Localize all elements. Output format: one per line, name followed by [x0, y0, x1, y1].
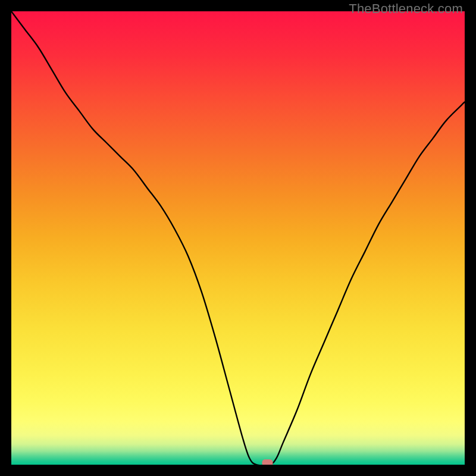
optimum-marker [262, 459, 273, 465]
bottleneck-curve-chart [11, 11, 465, 465]
plot-area [11, 11, 465, 465]
chart-frame: TheBottleneck.com [0, 0, 476, 476]
gradient-background [11, 11, 465, 465]
